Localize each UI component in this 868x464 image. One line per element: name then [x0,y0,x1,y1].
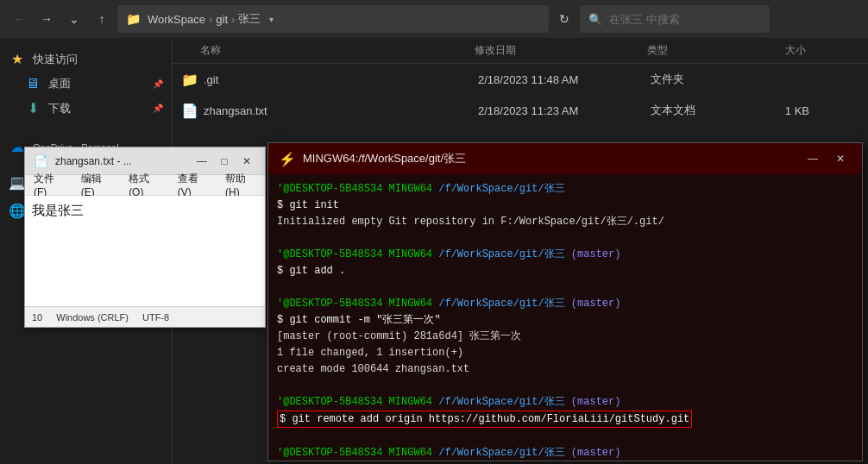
term-path: /f/WorkSpace/git/张三 [438,447,564,459]
term-branch: (master) [571,248,621,260]
terminal-line: '@DESKTOP-5B48S34 MINGW64 /f/WorkSpace/g… [277,247,853,262]
terminal-icon: ⚡ [279,151,296,167]
terminal-body[interactable]: '@DESKTOP-5B48S34 MINGW64 /f/WorkSpace/g… [268,174,862,461]
term-output: 1 file changed, 1 insertion(+) [277,347,463,359]
file-type: 文本文档 [651,103,754,118]
sidebar-label-desktop: 桌面 [48,76,71,91]
notepad-statusbar: 10 Windows (CRLF) UTF-8 [25,306,265,327]
col-header-date: 修改日期 [475,43,647,58]
terminal-window-buttons: — ✕ [802,147,852,170]
term-branch: (master) [571,298,621,310]
notepad-title: zhangsan.txt - ... [55,155,186,167]
terminal-line [277,378,853,393]
forward-button[interactable]: → [35,7,59,31]
pin-icon: 📌 [153,79,163,89]
terminal-line: $ git remote add origin https://github.c… [277,411,853,428]
notepad-charset: UTF-8 [142,312,169,323]
folder-icon: 📁 [126,12,141,26]
terminal-line: 1 file changed, 1 insertion(+) [277,345,853,361]
refresh-button[interactable]: ↻ [552,7,576,31]
terminal-line: [master (root-commit) 281a6d4] 张三第一次 [277,329,853,344]
star-icon: ★ [9,51,26,67]
terminal-line: '@DESKTOP-5B48S34 MINGW64 /f/WorkSpace/g… [277,181,853,197]
search-bar[interactable]: 🔍 [580,5,770,33]
term-prompt: '@DESKTOP-5B48S34 MINGW64 [277,396,432,408]
pin-icon-dl: 📌 [153,103,163,113]
sidebar-label-downloads: 下载 [48,101,71,116]
notepad-window-buttons: — □ ✕ [192,152,256,171]
terminal-line: '@DESKTOP-5B48S34 MINGW64 /f/WorkSpace/g… [277,296,853,311]
term-prompt: '@DESKTOP-5B48S34 MINGW64 [277,298,432,310]
terminal-line: $ git init [277,198,853,213]
file-date: 2/18/2023 11:23 AM [478,104,651,117]
notepad-minimize-button[interactable]: — [192,152,211,171]
term-prompt: '@DESKTOP-5B48S34 MINGW64 [277,183,432,195]
terminal-close-button[interactable]: ✕ [829,147,852,170]
col-header-type: 类型 [647,43,751,58]
notepad-window: 📄 zhangsan.txt - ... — □ ✕ 文件(F)编辑(E)格式(… [24,147,266,328]
recent-button[interactable]: ⌄ [62,7,86,31]
term-output: create mode 100644 zhangsan.txt [277,363,469,375]
quick-access-section: ★ 快速访问 🖥 桌面 📌 ⬇ 下载 📌 [0,47,172,121]
term-output: [master (root-commit) 281a6d4] 张三第一次 [277,330,521,342]
notepad-content[interactable]: 我是张三 [25,196,265,306]
file-name: .git [204,73,478,86]
sidebar-item-desktop[interactable]: 🖥 桌面 📌 [0,72,172,96]
search-icon: 🔍 [588,13,602,26]
network-icon: 🌐 [9,203,26,219]
notepad-text: 我是张三 [32,203,84,217]
terminal-minimize-button[interactable]: — [802,147,824,170]
term-branch: (master) [571,447,621,459]
term-output: Initialized empty Git repository in F:/W… [277,216,664,228]
terminal-line: '@DESKTOP-5B48S34 MINGW64 /f/WorkSpace/g… [277,445,853,461]
notepad-lines: 10 [32,312,42,323]
table-row[interactable]: 📄 zhangsan.txt 2/18/2023 11:23 AM 文本文档 1… [173,95,868,126]
table-row[interactable]: 📁 .git 2/18/2023 11:48 AM 文件夹 [173,64,868,95]
notepad-maximize-button[interactable]: □ [215,152,234,171]
term-command: $ git add . [277,265,345,277]
notepad-menubar: 文件(F)编辑(E)格式(O)查看(V)帮助(H) [25,175,265,196]
term-command: $ git commit -m "张三第一次" [277,314,441,326]
up-button[interactable]: ↑ [90,7,114,31]
onedrive-icon: ☁ [9,139,26,155]
terminal-line: '@DESKTOP-5B48S34 MINGW64 /f/WorkSpace/g… [277,394,853,410]
column-headers: 名称 修改日期 类型 大小 [173,38,868,64]
term-prompt: '@DESKTOP-5B48S34 MINGW64 [277,248,432,260]
terminal-title: MINGW64:/f/WorkSpace/git/张三 [303,151,795,166]
breadcrumb[interactable]: 📁 WorkSpace › git › 张三 ▾ [117,5,549,33]
terminal-line: $ git add . [277,263,853,279]
file-icon: 📁 [179,69,200,90]
term-path: /f/WorkSpace/git/张三 [438,396,564,408]
title-bar: ← → ⌄ ↑ 📁 WorkSpace › git › 张三 ▾ ↻ 🔍 [0,0,868,38]
sidebar-item-downloads[interactable]: ⬇ 下载 📌 [0,96,172,121]
breadcrumb-git: git [216,13,228,26]
term-path: /f/WorkSpace/git/张三 [438,248,564,260]
search-input[interactable] [609,13,761,26]
back-button[interactable]: ← [7,7,31,31]
term-command: $ git init [277,199,339,211]
col-header-name: 名称 [173,43,475,58]
term-prompt: '@DESKTOP-5B48S34 MINGW64 [277,447,432,459]
breadcrumb-dropdown[interactable]: ▾ [269,15,274,24]
breadcrumb-workspace: WorkSpace [148,13,205,26]
terminal-line: Initialized empty Git repository in F:/W… [277,214,853,229]
breadcrumb-text: WorkSpace › git › 张三 [148,11,261,27]
term-path: /f/WorkSpace/git/张三 [438,183,564,195]
download-icon: ⬇ [24,100,41,116]
pc-icon: 💻 [9,174,26,191]
file-date: 2/18/2023 11:48 AM [478,73,651,86]
terminal-line: $ git commit -m "张三第一次" [277,312,853,328]
notepad-encoding: Windows (CRLF) [56,312,129,323]
file-size: 1 KB [754,104,823,117]
notepad-icon: 📄 [34,154,48,168]
term-path: /f/WorkSpace/git/张三 [438,298,564,310]
notepad-close-button[interactable]: ✕ [237,152,256,171]
term-highlighted-command: $ git remote add origin https://github.c… [277,411,692,428]
terminal-line: create mode 100644 zhangsan.txt [277,361,853,377]
terminal-line [277,429,853,444]
file-type: 文件夹 [651,72,754,87]
sidebar-item-quickaccess[interactable]: ★ 快速访问 [0,47,172,72]
desktop-icon: 🖥 [24,76,41,91]
sidebar-label-quickaccess: 快速访问 [33,52,78,67]
terminal-line [277,279,853,295]
